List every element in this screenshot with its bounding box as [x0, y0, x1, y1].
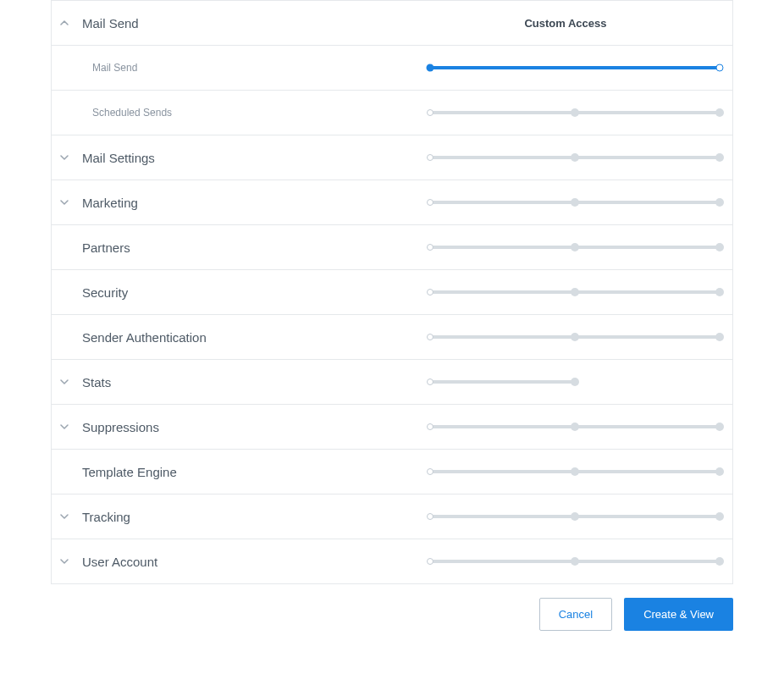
row-label: Mail Send	[82, 62, 137, 74]
access-slider[interactable]	[428, 329, 722, 345]
chevron-up-icon[interactable]	[58, 17, 70, 29]
permission-row: Security	[52, 269, 732, 314]
create-view-button[interactable]: Create & View	[624, 598, 733, 631]
permission-row: Scheduled Sends	[52, 90, 732, 135]
row-label: Marketing	[82, 196, 138, 210]
row-label: Suppressions	[82, 420, 159, 434]
chevron-down-icon[interactable]	[58, 152, 70, 163]
chevron-down-icon[interactable]	[58, 196, 70, 208]
group-mail-send[interactable]: Mail Send Custom Access	[52, 0, 732, 45]
chevron-down-icon[interactable]	[58, 376, 70, 388]
chevron-down-icon[interactable]	[58, 555, 70, 567]
row-label: Sender Authentication	[82, 330, 207, 345]
form-actions: Cancel Create & View	[34, 584, 750, 644]
row-label: Partners	[82, 240, 130, 255]
row-label: Scheduled Sends	[82, 107, 172, 119]
group-row[interactable]: Stats	[52, 359, 732, 404]
permission-row: Template Engine	[52, 449, 732, 494]
chevron-down-icon[interactable]	[58, 511, 70, 522]
group-row[interactable]: User Account	[52, 539, 732, 583]
access-slider[interactable]	[428, 553, 722, 570]
row-label: Tracking	[82, 510, 130, 524]
row-label: Stats	[82, 375, 111, 389]
row-label: Template Engine	[82, 465, 177, 479]
access-slider[interactable]	[428, 508, 722, 525]
group-row[interactable]: Suppressions	[52, 404, 732, 449]
access-slider[interactable]	[428, 149, 722, 166]
chevron-down-icon[interactable]	[58, 421, 70, 433]
permission-row: Mail Send	[52, 45, 732, 90]
access-slider[interactable]	[428, 239, 722, 256]
access-slider[interactable]	[428, 284, 722, 301]
access-slider[interactable]	[428, 463, 722, 480]
access-slider[interactable]	[428, 373, 722, 390]
group-label: Mail Send	[82, 16, 139, 30]
access-slider[interactable]	[428, 59, 722, 76]
permissions-panel: Mail Send Custom Access Mail SendSchedul…	[51, 0, 733, 584]
group-row[interactable]: Tracking	[52, 494, 732, 539]
row-label: Mail Settings	[82, 151, 155, 165]
access-slider[interactable]	[428, 418, 722, 435]
row-label: User Account	[82, 555, 157, 569]
access-slider[interactable]	[428, 104, 722, 121]
group-row[interactable]: Marketing	[52, 180, 732, 224]
group-row[interactable]: Mail Settings	[52, 135, 732, 180]
row-label: Security	[82, 285, 128, 300]
cancel-button[interactable]: Cancel	[539, 598, 612, 631]
permission-row: Sender Authentication	[52, 314, 732, 359]
access-slider[interactable]	[428, 194, 722, 211]
access-label: Custom Access	[409, 17, 722, 30]
permission-row: Partners	[52, 224, 732, 269]
